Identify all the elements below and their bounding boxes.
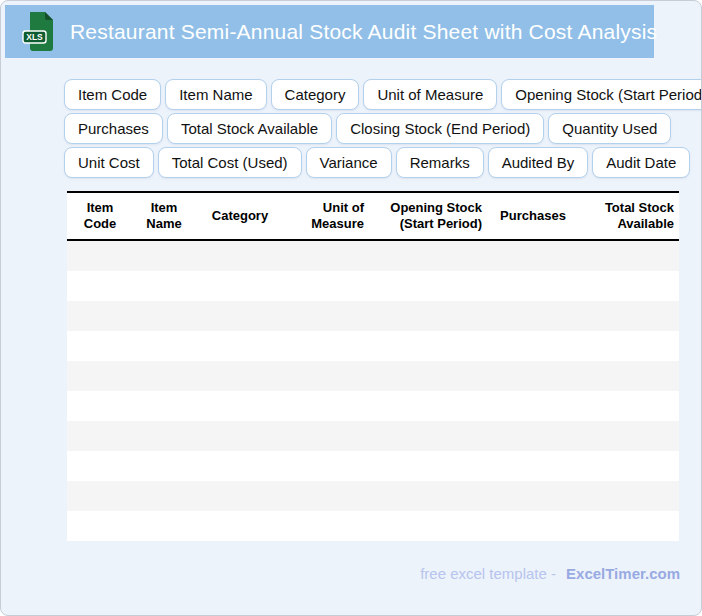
table-row	[67, 511, 679, 541]
table-row	[67, 481, 679, 511]
column-tag-variance[interactable]: Variance	[306, 147, 392, 178]
tag-row-1: Item CodeItem NameCategoryUnit of Measur…	[64, 79, 692, 110]
table-row	[67, 421, 679, 451]
column-header-item-code: Item Code	[67, 200, 133, 232]
table-row	[67, 241, 679, 271]
table-row	[67, 271, 679, 301]
column-tag-audit-date[interactable]: Audit Date	[592, 147, 690, 178]
table-row	[67, 301, 679, 331]
xls-icon-label: XLS	[26, 32, 43, 42]
xls-file-icon: XLS	[22, 11, 56, 52]
table-row	[67, 361, 679, 391]
column-tag-unit-of-measure[interactable]: Unit of Measure	[363, 79, 497, 110]
spreadsheet-preview-table: Item CodeItem NameCategoryUnit of Measur…	[67, 191, 679, 541]
footer-free-text: free excel template -	[420, 565, 556, 582]
column-tag-total-cost-used[interactable]: Total Cost (Used)	[158, 147, 302, 178]
column-tag-remarks[interactable]: Remarks	[396, 147, 484, 178]
page-title: Restaurant Semi-Annual Stock Audit Sheet…	[70, 20, 657, 44]
column-tag-purchases[interactable]: Purchases	[64, 113, 163, 144]
column-tag-item-code[interactable]: Item Code	[64, 79, 161, 110]
table-body	[67, 241, 679, 541]
table-row	[67, 391, 679, 421]
column-tag-total-stock-available[interactable]: Total Stock Available	[167, 113, 332, 144]
tag-row-2: PurchasesTotal Stock AvailableClosing St…	[64, 113, 692, 144]
column-tag-quantity-used[interactable]: Quantity Used	[548, 113, 671, 144]
tag-row-3: Unit CostTotal Cost (Used)VarianceRemark…	[64, 147, 692, 178]
footer: free excel template -ExcelTimer.com	[420, 565, 680, 582]
exceltimer-brand-link[interactable]: ExcelTimer.com	[566, 565, 680, 582]
template-preview-page: XLS Restaurant Semi-Annual Stock Audit S…	[0, 0, 702, 616]
column-header-category: Category	[195, 208, 285, 224]
table-row	[67, 451, 679, 481]
column-tag-category[interactable]: Category	[271, 79, 360, 110]
column-tag-unit-cost[interactable]: Unit Cost	[64, 147, 154, 178]
column-tag-closing-stock-end-period[interactable]: Closing Stock (End Period)	[336, 113, 544, 144]
header-bar: XLS Restaurant Semi-Annual Stock Audit S…	[5, 5, 654, 58]
column-header-purchases: Purchases	[487, 208, 579, 224]
column-header-total-stock-available: Total Stock Available	[579, 200, 679, 232]
column-tag-audited-by[interactable]: Audited By	[488, 147, 589, 178]
table-header-row: Item CodeItem NameCategoryUnit of Measur…	[67, 191, 679, 241]
column-tags-section: Item CodeItem NameCategoryUnit of Measur…	[64, 79, 692, 181]
column-header-unit-of-measure: Unit of Measure	[285, 200, 369, 232]
table-row	[67, 331, 679, 361]
column-tag-opening-stock-start-period[interactable]: Opening Stock (Start Period)	[501, 79, 702, 110]
column-tag-item-name[interactable]: Item Name	[165, 79, 266, 110]
column-header-item-name: Item Name	[133, 200, 195, 232]
column-header-opening-stock-start-period: Opening Stock (Start Period)	[369, 200, 487, 232]
